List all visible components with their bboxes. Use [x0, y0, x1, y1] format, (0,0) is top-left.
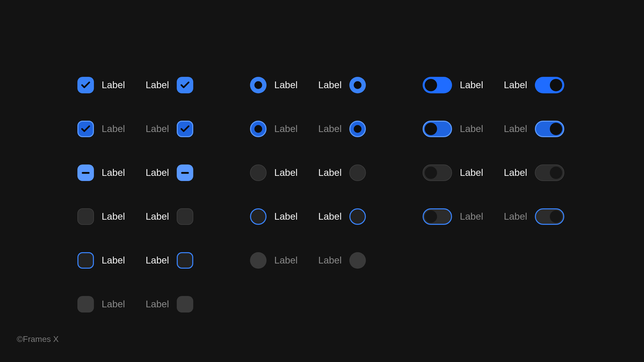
check-icon [77, 121, 94, 137]
radio-on-left[interactable]: Label [250, 77, 298, 93]
radio-label: Label [274, 255, 298, 266]
toggle-switch-icon [423, 208, 452, 225]
checkbox-box-icon [77, 208, 94, 225]
radio-on-focused-left[interactable]: Label [250, 121, 298, 137]
toggle-label: Label [504, 167, 527, 178]
toggle-switch-icon [535, 208, 564, 225]
radio-off-right[interactable]: Label [318, 164, 366, 181]
checkbox-checked-right[interactable]: Label [146, 77, 194, 93]
checkbox-label: Label [146, 255, 169, 266]
toggle-column: Label Label Label Label Label [423, 77, 564, 312]
toggle-off-focused-right[interactable]: Label [504, 208, 565, 225]
checkbox-label: Label [102, 255, 125, 266]
checkbox-disabled-left: Label [77, 296, 125, 312]
radio-circle-icon [250, 208, 267, 225]
checkbox-mixed-left[interactable]: Label [77, 164, 125, 181]
radio-off-left[interactable]: Label [250, 164, 298, 181]
checkbox-box-icon [177, 208, 193, 225]
radio-off-focused-right[interactable]: Label [318, 208, 366, 225]
toggle-on-right[interactable]: Label [504, 77, 565, 93]
checkbox-mixed-right[interactable]: Label [146, 164, 194, 181]
checkbox-label: Label [146, 167, 169, 178]
toggle-switch-icon [423, 121, 452, 137]
radio-on-focused-right[interactable]: Label [318, 121, 366, 137]
toggle-on-focused-left[interactable]: Label [423, 121, 483, 137]
checkbox-label: Label [102, 299, 125, 310]
radio-label: Label [274, 211, 298, 222]
toggle-label: Label [504, 80, 527, 90]
radio-label: Label [274, 167, 298, 178]
checkbox-label: Label [146, 211, 169, 222]
checkbox-label: Label [146, 80, 169, 90]
controls-grid: Label Label Label Label Label [77, 77, 564, 312]
radio-label: Label [274, 80, 298, 90]
toggle-label: Label [460, 124, 483, 134]
radio-circle-icon [349, 208, 366, 225]
toggle-switch-icon [423, 164, 452, 181]
toggle-label: Label [504, 211, 527, 222]
toggle-off-left[interactable]: Label [423, 164, 483, 181]
toggle-label: Label [460, 167, 483, 178]
radio-label: Label [318, 211, 342, 222]
checkbox-disabled-right: Label [146, 296, 194, 312]
radio-label: Label [318, 80, 342, 90]
checkbox-checked-focused-left[interactable]: Label [77, 121, 125, 137]
checkbox-label: Label [146, 124, 169, 134]
checkbox-label: Label [102, 124, 125, 134]
radio-on-right[interactable]: Label [318, 77, 366, 93]
checkbox-checked-focused-right[interactable]: Label [146, 121, 194, 137]
checkbox-label: Label [146, 299, 169, 310]
check-icon [177, 77, 193, 93]
credit-text: ©Frames X [17, 334, 59, 344]
check-icon [77, 77, 94, 93]
radio-dot-icon [349, 121, 366, 137]
toggle-on-focused-right[interactable]: Label [504, 121, 565, 137]
checkbox-label: Label [102, 211, 125, 222]
radio-circle-icon [250, 164, 267, 181]
radio-label: Label [274, 124, 298, 134]
checkbox-box-icon [177, 296, 193, 312]
checkbox-box-icon [177, 252, 193, 269]
radio-dot-icon [250, 121, 267, 137]
toggle-switch-icon [535, 164, 564, 181]
checkbox-empty-focused-right[interactable]: Label [146, 252, 194, 269]
minus-icon [77, 164, 94, 181]
toggle-switch-icon [535, 77, 564, 93]
radio-off-focused-left[interactable]: Label [250, 208, 298, 225]
toggle-label: Label [460, 211, 483, 222]
radio-circle-icon [349, 252, 366, 269]
check-icon [177, 121, 193, 137]
toggle-off-right[interactable]: Label [504, 164, 565, 181]
radio-dot-icon [250, 77, 267, 93]
toggle-switch-icon [423, 77, 452, 93]
checkbox-empty-focused-left[interactable]: Label [77, 252, 125, 269]
radio-circle-icon [250, 252, 267, 269]
radio-column: Label Label Label Label Label [250, 77, 366, 312]
radio-label: Label [318, 167, 342, 178]
radio-label: Label [318, 255, 342, 266]
checkbox-label: Label [102, 167, 125, 178]
toggle-on-left[interactable]: Label [423, 77, 483, 93]
radio-label: Label [318, 124, 342, 134]
checkbox-column: Label Label Label Label Label [77, 77, 193, 312]
toggle-switch-icon [535, 121, 564, 137]
checkbox-empty-left[interactable]: Label [77, 208, 125, 225]
checkbox-box-icon [77, 296, 94, 312]
toggle-label: Label [504, 124, 527, 134]
checkbox-label: Label [102, 80, 125, 90]
toggle-off-focused-left[interactable]: Label [423, 208, 483, 225]
radio-disabled-right: Label [318, 252, 366, 269]
radio-circle-icon [349, 164, 366, 181]
minus-icon [177, 164, 193, 181]
checkbox-empty-right[interactable]: Label [146, 208, 194, 225]
radio-disabled-left: Label [250, 252, 298, 269]
checkbox-box-icon [77, 252, 94, 269]
toggle-label: Label [460, 80, 483, 90]
radio-dot-icon [349, 77, 366, 93]
checkbox-checked-left[interactable]: Label [77, 77, 125, 93]
